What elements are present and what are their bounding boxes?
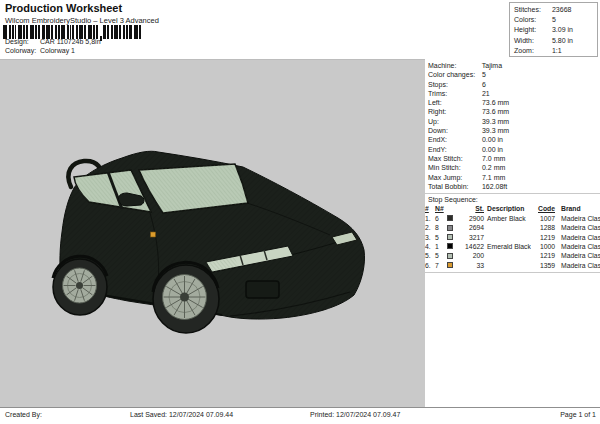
summary-row: Stitches: 23668 <box>514 5 597 15</box>
param-row: Min Stitch: 0.2 mm <box>425 163 600 172</box>
param-row: Max Stitch: 7.0 mm <box>425 154 600 163</box>
param-label: Down: <box>428 126 480 135</box>
stop-brand: Madeira Classic 40 <box>558 252 600 259</box>
side-marker-amber <box>151 232 156 237</box>
summary-value: 1:1 <box>552 47 562 54</box>
param-label: Max Jump: <box>428 173 480 182</box>
stop-code: 1219 <box>531 234 558 241</box>
stop-sequence-title: Stop Sequence: <box>425 195 600 204</box>
param-value: 39.3 mm <box>482 118 509 125</box>
param-value: 5 <box>482 71 486 78</box>
design-summary-box: Stitches: 23668 Colors: 5 Height: 3.09 i… <box>509 2 598 57</box>
param-label: Max Stitch: <box>428 154 480 163</box>
col-brand: Brand <box>558 205 600 212</box>
summary-label: Colors: <box>514 15 550 25</box>
front-wheel <box>153 265 219 333</box>
summary-row: Height: 3.09 in <box>514 25 597 35</box>
param-row: Color changes: 5 <box>425 70 600 79</box>
param-label: Min Stitch: <box>428 163 480 172</box>
param-value: 162.08ft <box>482 183 507 190</box>
param-label: Stops: <box>428 80 480 89</box>
page-footer: Created By: Last Saved: 12/07/2024 07.09… <box>0 407 600 424</box>
stop-stitches: 200 <box>458 252 484 259</box>
summary-label: Height: <box>514 25 550 35</box>
param-value: 21 <box>482 90 490 97</box>
param-value: Tajima <box>482 62 502 69</box>
stop-code: 1219 <box>531 252 558 259</box>
param-row: Trims: 21 <box>425 89 600 98</box>
production-worksheet-page: Production Worksheet Wilcom EmbroiderySt… <box>0 0 600 424</box>
stop-stitches: 2694 <box>458 224 484 231</box>
software-name: Wilcom EmbroideryStudio – Level 3 Advanc… <box>5 16 159 25</box>
stop-num: 2. <box>425 224 435 231</box>
stop-sequence-row: 1. 6 2900 Amber Black 1007 Madeira Class… <box>425 214 600 223</box>
summary-value: 23668 <box>552 6 571 13</box>
stop-code: 1007 <box>531 215 558 222</box>
stop-sequence-row: 5. 5 200 1219 Madeira Classic 40 <box>425 251 600 260</box>
page-title: Production Worksheet <box>5 2 122 14</box>
stop-needle: 5 <box>435 252 445 259</box>
stop-num: 3. <box>425 234 435 241</box>
stop-stitches: 14622 <box>458 243 484 250</box>
stop-sequence-table: # N# St. Description Code Brand 1. 6 290… <box>425 204 600 270</box>
thread-color-swatch <box>447 243 453 249</box>
param-label: Trims: <box>428 89 480 98</box>
param-label: Left: <box>428 98 480 107</box>
stop-needle: 8 <box>435 224 445 231</box>
param-value: 73.6 mm <box>482 99 509 106</box>
page-number: Page 1 of 1 <box>560 411 596 418</box>
col-code: Code <box>531 205 558 212</box>
thread-color-swatch <box>447 234 453 240</box>
param-label: Right: <box>428 107 480 116</box>
summary-row: Width: 5.80 in <box>514 36 597 46</box>
param-row: Up: 39.3 mm <box>425 117 600 126</box>
stop-brand: Madeira Classic 40 <box>558 243 600 250</box>
thread-color-swatch <box>447 225 453 231</box>
param-label: Up: <box>428 117 480 126</box>
param-label: EndX: <box>428 135 480 144</box>
colorway-label: Colorway: <box>5 47 38 54</box>
param-label: Total Bobbin: <box>428 182 480 191</box>
printed: Printed: 12/07/2024 07.09.47 <box>310 411 400 418</box>
rear-wheel <box>53 259 107 315</box>
thread-color-swatch <box>447 253 453 259</box>
param-row: Stops: 6 <box>425 80 600 89</box>
panel-divider-bottom <box>425 272 600 273</box>
param-row: Down: 39.3 mm <box>425 126 600 135</box>
colorway-row: Colorway: Colorway 1 <box>5 47 75 54</box>
stop-code: 1359 <box>531 262 558 269</box>
col-num: # <box>425 205 435 212</box>
machine-panel: Machine: Tajima Color changes: 5 Stops: … <box>425 59 600 407</box>
stop-stitches: 3217 <box>458 234 484 241</box>
summary-label: Width: <box>514 36 550 46</box>
stop-brand: Madeira Classic 40 <box>558 224 600 231</box>
summary-value: 5.80 in <box>552 37 573 44</box>
panel-divider-top <box>425 193 600 194</box>
stop-code: 1288 <box>531 224 558 231</box>
stop-num: 6. <box>425 262 435 269</box>
param-value: 0.00 in <box>482 146 503 153</box>
param-row: Machine: Tajima <box>425 61 600 70</box>
stop-num: 5. <box>425 252 435 259</box>
param-label: Color changes: <box>428 70 480 79</box>
param-row: Total Bobbin: 162.08ft <box>425 182 600 191</box>
param-value: 6 <box>482 81 486 88</box>
stop-stitches: 33 <box>458 262 484 269</box>
stop-description: Amber Black <box>484 215 531 222</box>
stop-sequence-row: 6. 7 33 1359 Madeira Classic 40 <box>425 261 600 270</box>
summary-label: Stitches: <box>514 5 550 15</box>
stop-needle: 5 <box>435 234 445 241</box>
col-stitches: St. <box>458 205 484 212</box>
colorway-value: Colorway 1 <box>40 47 75 54</box>
stop-description: Emerald Black <box>484 243 531 250</box>
front-hub <box>180 293 189 302</box>
design-label: Design: <box>5 38 38 45</box>
car-design <box>0 60 425 408</box>
param-row: Right: 73.6 mm <box>425 107 600 116</box>
stop-sequence-row: 3. 5 3217 1219 Madeira Classic 40 <box>425 232 600 241</box>
summary-label: Zoom: <box>514 46 550 56</box>
design-barcode <box>3 25 155 39</box>
col-needle: N# <box>435 205 445 212</box>
last-saved: Last Saved: 12/07/2024 07.09.44 <box>130 411 233 418</box>
stop-sequence-row: 4. 1 14622 Emerald Black 1000 Madeira Cl… <box>425 242 600 251</box>
